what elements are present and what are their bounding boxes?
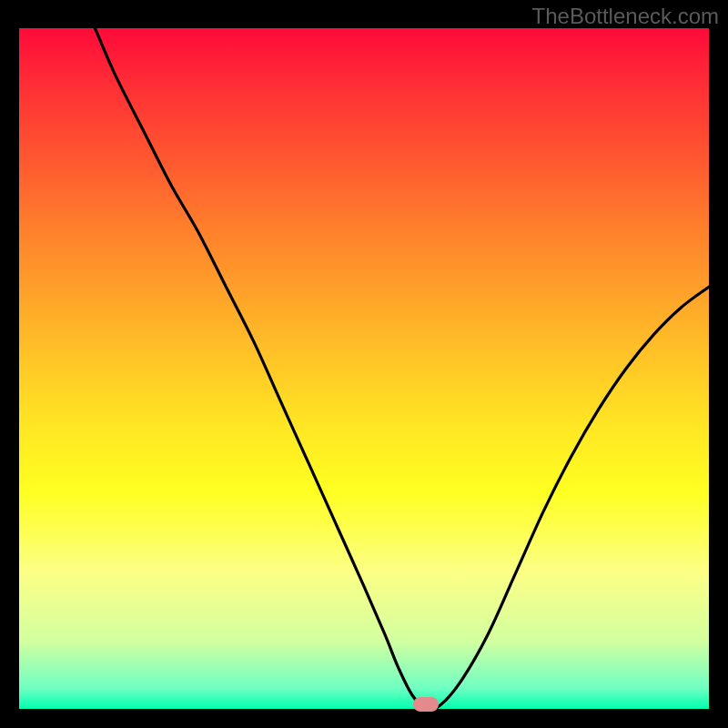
optimum-marker — [413, 697, 439, 712]
bottleneck-curve — [19, 28, 709, 709]
attribution-text: TheBottleneck.com — [532, 4, 719, 29]
chart-frame: { "attribution": "TheBottleneck.com", "p… — [0, 0, 728, 728]
